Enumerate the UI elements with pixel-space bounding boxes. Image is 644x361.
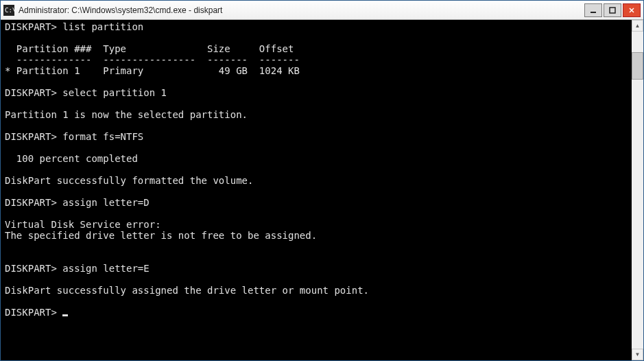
terminal-line: DISKPART> list partition — [5, 21, 628, 32]
cursor — [62, 314, 68, 316]
svg-rect-2 — [591, 12, 596, 13]
terminal-line — [5, 76, 628, 87]
cmd-icon: C:\ — [3, 5, 14, 16]
terminal-line: The specified drive letter is not free t… — [5, 230, 628, 241]
terminal-line — [5, 98, 628, 109]
titlebar[interactable]: C:\ Administrator: C:\Windows\system32\c… — [1, 1, 643, 20]
terminal-line — [5, 274, 628, 285]
terminal-prompt: DISKPART> — [5, 307, 62, 318]
terminal-line: * Partition 1 Primary 49 GB 1024 KB — [5, 65, 628, 76]
terminal-line: 100 percent completed — [5, 153, 628, 164]
terminal-line — [5, 296, 628, 307]
terminal-output[interactable]: DISKPART> list partition Partition ### T… — [1, 20, 632, 360]
maximize-button[interactable] — [604, 3, 621, 17]
scroll-down-arrow[interactable]: ▼ — [632, 349, 643, 360]
terminal-line — [5, 208, 628, 219]
terminal-line — [5, 164, 628, 175]
terminal-line: Partition ### Type Size Offset — [5, 43, 628, 54]
terminal-line: DISKPART> select partition 1 — [5, 87, 628, 98]
svg-text:C:\: C:\ — [5, 7, 14, 14]
close-button[interactable] — [623, 3, 641, 17]
terminal-line — [5, 32, 628, 43]
vertical-scrollbar[interactable]: ▲ ▼ — [632, 20, 643, 360]
window-title: Administrator: C:\Windows\system32\cmd.e… — [19, 5, 584, 15]
terminal-line — [5, 120, 628, 131]
scroll-thumb[interactable] — [632, 52, 643, 80]
terminal-line — [5, 142, 628, 153]
client-area: DISKPART> list partition Partition ### T… — [1, 20, 643, 360]
terminal-line: DISKPART> assign letter=E — [5, 263, 628, 274]
minimize-button[interactable] — [584, 3, 602, 17]
terminal-line: DISKPART> format fs=NTFS — [5, 131, 628, 142]
terminal-line: DISKPART> assign letter=D — [5, 197, 628, 208]
terminal-line: DiskPart successfully formatted the volu… — [5, 175, 628, 186]
window-controls — [584, 3, 641, 17]
terminal-line — [5, 186, 628, 197]
terminal-line: Virtual Disk Service error: — [5, 219, 628, 230]
terminal-line: DiskPart successfully assigned the drive… — [5, 285, 628, 296]
terminal-line: ------------- ---------------- ------- -… — [5, 54, 628, 65]
scroll-up-arrow[interactable]: ▲ — [632, 20, 643, 32]
command-prompt-window: C:\ Administrator: C:\Windows\system32\c… — [0, 0, 644, 361]
terminal-line — [5, 241, 628, 252]
terminal-line: Partition 1 is now the selected partitio… — [5, 109, 628, 120]
svg-rect-3 — [610, 8, 615, 13]
terminal-prompt-line: DISKPART> — [5, 307, 628, 318]
scroll-track[interactable] — [632, 32, 643, 349]
terminal-line — [5, 252, 628, 263]
